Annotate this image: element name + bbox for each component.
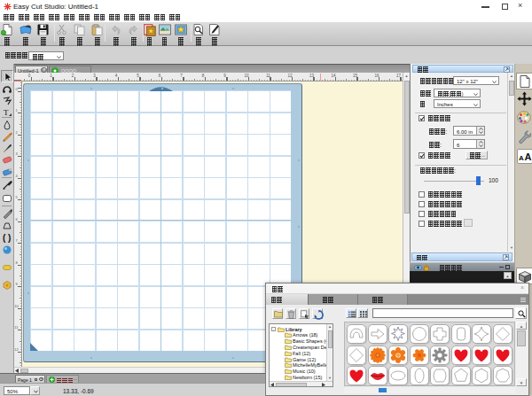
- svg-text:( ): ( ): [3, 233, 11, 243]
- svg-text:T: T: [4, 108, 9, 117]
- svg-text:A: A: [525, 151, 532, 162]
- svg-text:A: A: [519, 154, 524, 162]
